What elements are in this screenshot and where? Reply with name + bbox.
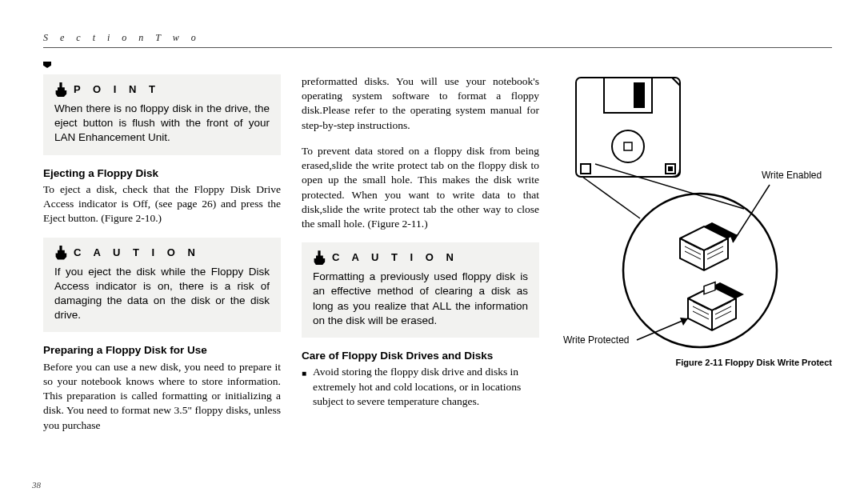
svg-rect-2 [634,82,645,108]
column-2: preformatted disks. You will use your no… [302,74,539,433]
caution-title-2: C A U T I O N [332,250,458,265]
care-bullet-row: ■ Avoid storing the floppy disk drive an… [302,365,539,409]
point-body: When there is no floppy disk in the driv… [54,102,270,146]
caution-callout-2: C A U T I O N Formatting a previously us… [302,242,539,338]
caution-title-1: C A U T I O N [74,246,200,260]
caution-body-1: If you eject the disk while the Floppy D… [54,265,270,323]
care-heading: Care of Floppy Disk Drives and Disks [302,349,539,363]
column-1: P O I N T When there is no floppy disk i… [43,74,281,433]
point-callout: P O I N T When there is no floppy disk i… [43,74,281,155]
floppy-write-protect-figure: Write Enabled Write Protected [560,74,832,354]
care-bullet-text: Avoid storing the floppy disk drive and … [313,365,539,409]
col2-para2: To prevent data stored on a floppy disk … [302,144,539,231]
caution-callout-1: C A U T I O N If you eject the disk whil… [43,238,281,333]
header-rule [43,47,832,48]
svg-rect-5 [581,164,590,174]
caution-title-row-1: C A U T I O N [54,246,270,260]
ejecting-body: To eject a disk, check that the Floppy D… [43,182,281,226]
preparing-body: Before you can use a new disk, you need … [43,360,281,433]
page: S e c t i o n T w o P O I N T When there… [0,0,864,504]
point-title: P O I N T [74,82,160,97]
figure-caption: Figure 2-11 Floppy Disk Write Protect [560,358,832,367]
svg-line-9 [582,177,640,218]
pointing-hand-icon [54,82,67,97]
pointing-hand-icon [313,250,326,265]
page-number: 38 [32,480,41,490]
svg-rect-4 [624,142,632,150]
label-write-enabled: Write Enabled [762,170,822,181]
caution-body-2: Formatting a previously used floppy disk… [313,270,528,328]
svg-rect-7 [668,166,673,171]
col2-para1: preformatted disks. You will use your no… [302,74,539,133]
preparing-heading: Preparing a Floppy Disk for Use [43,343,281,358]
header-tick-icon [43,62,51,68]
pointing-hand-icon [54,246,67,260]
label-write-protected: Write Protected [563,334,629,346]
content-columns: P O I N T When there is no floppy disk i… [43,74,832,433]
point-title-row: P O I N T [54,82,270,97]
ejecting-heading: Ejecting a Floppy Disk [43,166,281,181]
caution-title-row-2: C A U T I O N [313,250,528,265]
figure-column: Write Enabled Write Protected Figure 2-1… [560,74,832,433]
bullet-icon: ■ [302,368,306,409]
section-header: S e c t i o n T w o [43,32,832,44]
